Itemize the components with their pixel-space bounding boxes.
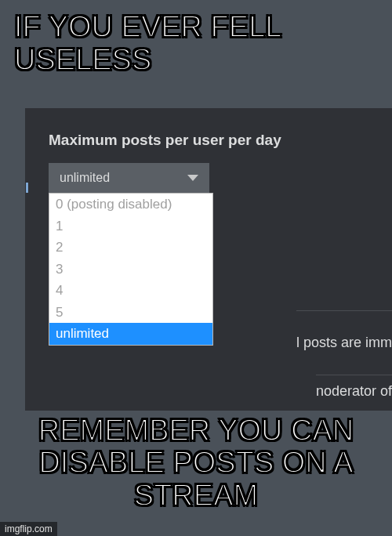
dropdown-list: 0 (posting disabled)12345unlimited	[49, 193, 213, 346]
chevron-down-icon	[187, 175, 198, 181]
meme-top-text: IF YOU EVER FELL USELESS	[0, 11, 392, 77]
dropdown-option[interactable]: 0 (posting disabled)	[49, 194, 212, 215]
dropdown-option[interactable]: 5	[49, 302, 212, 324]
meme-bottom-text: REMEMBER YOU CAN DISABLE POSTS ON A STRE…	[0, 415, 392, 512]
watermark: imgflip.com	[0, 522, 57, 536]
dropdown-option[interactable]: 1	[49, 215, 212, 237]
posts-per-day-dropdown[interactable]: unlimited 0 (posting disabled)12345unlim…	[49, 163, 209, 193]
partial-edge-text: I	[25, 180, 29, 197]
dropdown-option[interactable]: 2	[49, 237, 212, 259]
dropdown-selected-value: unlimited	[60, 171, 110, 185]
setting-label: Maximum posts per user per day	[49, 132, 392, 149]
dropdown-option[interactable]: 4	[49, 280, 212, 302]
settings-panel: Maximum posts per user per day unlimited…	[25, 108, 392, 411]
dropdown-option[interactable]: unlimited	[49, 323, 212, 345]
partial-setting-text-1: l posts are imm	[296, 310, 392, 351]
dropdown-option[interactable]: 3	[49, 259, 212, 281]
dropdown-selected[interactable]: unlimited	[49, 163, 209, 193]
partial-setting-text-2: noderator of	[316, 375, 392, 400]
